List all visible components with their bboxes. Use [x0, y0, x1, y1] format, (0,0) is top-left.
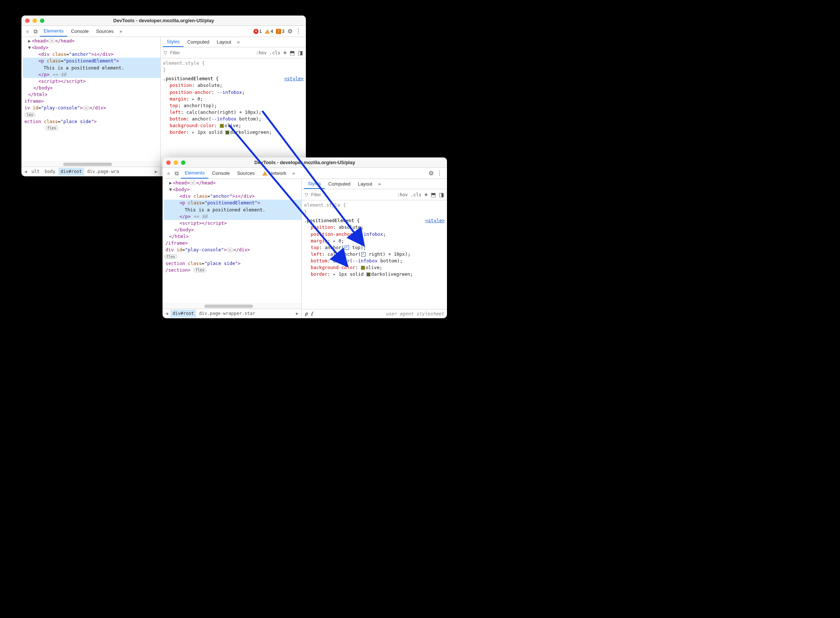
more-subtabs-icon[interactable]: »	[235, 37, 242, 47]
filter-bar: ▽ :hov .cls + ⬒ ◨	[161, 47, 306, 58]
dom-tree[interactable]: ▶<head>⋯</head> ▼<body> <div class="anch…	[21, 37, 160, 162]
device-toggle-icon[interactable]: ⧉	[172, 168, 181, 178]
hov-toggle[interactable]: :hov	[397, 192, 408, 198]
chevron-right-icon[interactable]: ▶	[153, 169, 159, 175]
devtools-window-after: DevTools - developer.mozilla.org/en-US/p…	[163, 157, 447, 318]
hov-toggle[interactable]: :hov	[256, 50, 267, 55]
brush-icon[interactable]: ⬒	[290, 49, 295, 56]
style-source-link[interactable]: <style>	[425, 217, 445, 224]
minimize-icon[interactable]	[173, 160, 178, 165]
inspect-icon[interactable]: ⟐	[24, 26, 31, 37]
minimize-icon[interactable]	[33, 18, 37, 23]
tab-sources[interactable]: Sources	[92, 26, 117, 37]
tab-console[interactable]: Console	[208, 168, 233, 178]
styles-rules[interactable]: element.style { } <style>.positionedElem…	[302, 201, 447, 309]
breadcrumb[interactable]: ◀ div#root div.page-wrapper.star ▶	[163, 309, 301, 318]
close-icon[interactable]	[166, 160, 171, 165]
devtools-window-before: DevTools - developer.mozilla.org/en-US/p…	[21, 15, 306, 176]
kebab-menu-icon[interactable]: ⋮	[296, 28, 301, 35]
filter-input[interactable]	[170, 50, 225, 55]
warning-badge[interactable]: 4	[265, 29, 273, 34]
chevron-left-icon[interactable]: ◀	[23, 169, 28, 175]
subtab-computed[interactable]: Computed	[184, 37, 213, 47]
traffic-lights	[166, 160, 185, 165]
dom-tree[interactable]: ▶<head>⋯</head> ▼<body> <div class="anch…	[163, 179, 301, 303]
subtab-layout[interactable]: Layout	[213, 37, 235, 47]
hscroll[interactable]	[21, 162, 160, 167]
panel-icon[interactable]: ◨	[439, 192, 444, 198]
zoom-icon[interactable]	[40, 18, 44, 23]
settings-icon[interactable]: ⚙	[428, 170, 434, 177]
window-title: DevTools - developer.mozilla.org/en-US/p…	[163, 160, 447, 165]
anchor-link-icon[interactable]	[361, 252, 366, 257]
settings-icon[interactable]: ⚙	[287, 28, 293, 35]
cls-toggle[interactable]: .cls	[411, 192, 421, 198]
subtab-styles[interactable]: Styles	[163, 37, 183, 47]
more-tabs-icon[interactable]: »	[117, 26, 124, 37]
main-tabbar: ⟐ ⧉ Elements Console Sources » ×1 4 !3 ⚙…	[21, 26, 306, 37]
tab-network[interactable]: Network	[259, 168, 290, 178]
styles-footer: user agent stylesheet p {	[302, 309, 447, 318]
style-source-link[interactable]: <style>	[284, 76, 304, 82]
styles-subtabs: Styles Computed Layout »	[161, 37, 306, 47]
breadcrumb[interactable]: ◀ ult body div#root div.page-wra ▶	[21, 167, 160, 176]
subtab-computed[interactable]: Computed	[325, 179, 354, 189]
info-badge[interactable]: !3	[276, 29, 284, 34]
filter-bar: ▽ :hov .cls + ⬒ ◨	[302, 189, 447, 201]
hscroll[interactable]	[163, 303, 301, 309]
error-badge[interactable]: ×1	[253, 29, 262, 34]
more-tabs-icon[interactable]: »	[290, 168, 297, 178]
funnel-icon[interactable]: ▽	[305, 192, 308, 198]
plus-icon[interactable]: +	[424, 192, 428, 198]
styles-subtabs: Styles Computed Layout »	[302, 179, 447, 189]
window-title: DevTools - developer.mozilla.org/en-US/p…	[21, 18, 306, 23]
plus-icon[interactable]: +	[283, 49, 287, 56]
device-toggle-icon[interactable]: ⧉	[31, 26, 40, 37]
selected-node[interactable]: <p class="positionedElement">	[23, 58, 160, 64]
main-tabbar: ⟐ ⧉ Elements Console Sources Network » ⚙…	[163, 168, 447, 179]
chevron-right-icon[interactable]: ▶	[295, 310, 300, 317]
tab-sources[interactable]: Sources	[233, 168, 259, 178]
tab-console[interactable]: Console	[67, 26, 92, 37]
subtab-layout[interactable]: Layout	[354, 179, 376, 189]
more-subtabs-icon[interactable]: »	[376, 179, 383, 189]
anchor-link-icon[interactable]	[345, 245, 349, 250]
subtab-styles[interactable]: Styles	[304, 179, 324, 189]
tab-elements[interactable]: Elements	[181, 168, 208, 178]
selected-node[interactable]: <p class="positionedElement">	[164, 200, 301, 206]
titlebar[interactable]: DevTools - developer.mozilla.org/en-US/p…	[21, 15, 306, 26]
chevron-left-icon[interactable]: ◀	[164, 310, 170, 317]
funnel-icon[interactable]: ▽	[164, 50, 167, 55]
cls-toggle[interactable]: .cls	[270, 50, 280, 55]
tab-elements[interactable]: Elements	[40, 26, 67, 37]
styles-rules[interactable]: element.style { } <style>.positionedElem…	[161, 58, 306, 167]
brush-icon[interactable]: ⬒	[431, 192, 436, 198]
kebab-menu-icon[interactable]: ⋮	[437, 170, 443, 177]
panel-icon[interactable]: ◨	[298, 49, 303, 56]
zoom-icon[interactable]	[181, 160, 185, 165]
filter-input[interactable]	[311, 192, 366, 198]
traffic-lights	[25, 18, 44, 23]
inspect-icon[interactable]: ⟐	[165, 168, 172, 178]
close-icon[interactable]	[25, 18, 30, 23]
titlebar[interactable]: DevTools - developer.mozilla.org/en-US/p…	[163, 157, 447, 168]
